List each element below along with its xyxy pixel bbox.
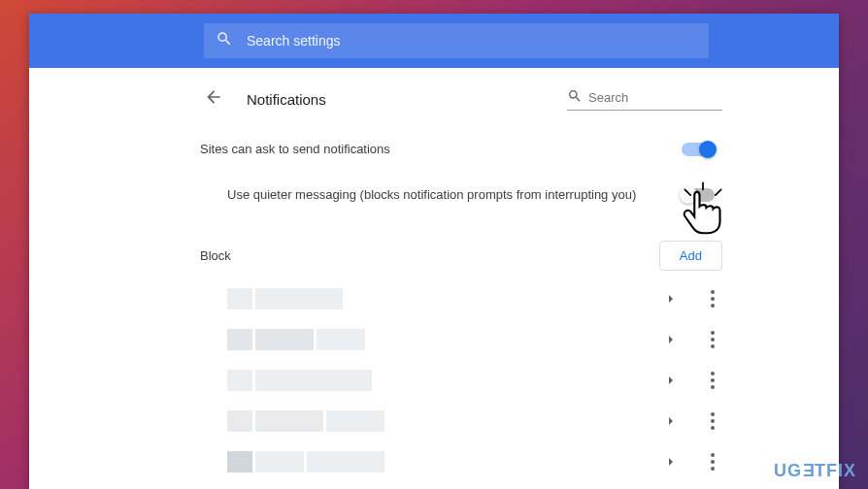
block-list-item — [227, 441, 722, 482]
back-button[interactable] — [200, 85, 227, 113]
local-search-input[interactable] — [588, 90, 751, 105]
expand-caret-icon[interactable] — [666, 412, 676, 430]
expand-caret-icon[interactable] — [666, 453, 676, 471]
more-options-button[interactable] — [707, 327, 718, 352]
setting-sites-can-ask: Sites can ask to send notifications — [200, 126, 722, 172]
page-title: Notifications — [247, 91, 326, 108]
toggle-sites-can-ask[interactable] — [682, 143, 715, 156]
block-section-title: Block — [200, 248, 659, 263]
expand-caret-icon[interactable] — [666, 290, 676, 308]
local-search-bar[interactable] — [567, 88, 722, 111]
watermark: UGETFIX — [774, 461, 856, 481]
search-icon — [567, 88, 588, 108]
block-section-header: Block Add — [200, 217, 722, 278]
setting-quieter-messaging: Use quieter messaging (blocks notificati… — [200, 172, 722, 217]
block-list-item — [227, 319, 722, 360]
block-list-item — [227, 401, 722, 441]
site-redacted — [227, 451, 384, 473]
arrow-left-icon — [204, 87, 223, 111]
block-list-item — [227, 360, 722, 401]
sidebar-spacer — [29, 68, 200, 489]
block-list-item — [227, 278, 722, 319]
setting-label: Use quieter messaging (blocks notificati… — [227, 187, 682, 202]
global-search-bar[interactable] — [204, 23, 709, 58]
block-list-item — [227, 482, 722, 489]
more-options-button[interactable] — [707, 368, 718, 393]
settings-window: Notifications Sites can ask to send noti… — [29, 14, 839, 489]
add-button[interactable]: Add — [659, 241, 722, 271]
expand-caret-icon[interactable] — [666, 372, 676, 389]
global-search-input[interactable] — [247, 33, 697, 49]
more-options-button[interactable] — [707, 408, 718, 434]
desktop-background: Notifications Sites can ask to send noti… — [0, 0, 868, 489]
setting-label: Sites can ask to send notifications — [200, 142, 682, 156]
site-redacted — [227, 370, 372, 391]
expand-caret-icon[interactable] — [666, 331, 676, 348]
content-area: Notifications Sites can ask to send noti… — [29, 68, 839, 489]
site-redacted — [227, 410, 384, 432]
search-icon — [216, 30, 247, 51]
more-options-button[interactable] — [707, 449, 718, 474]
main-panel: Notifications Sites can ask to send noti… — [200, 68, 839, 489]
block-list — [200, 278, 722, 489]
more-options-button[interactable] — [707, 286, 718, 311]
toggle-quieter-messaging[interactable] — [682, 188, 715, 202]
page-header: Notifications — [200, 68, 722, 126]
header-bar — [29, 14, 839, 68]
site-redacted — [227, 329, 365, 350]
site-redacted — [227, 288, 343, 310]
